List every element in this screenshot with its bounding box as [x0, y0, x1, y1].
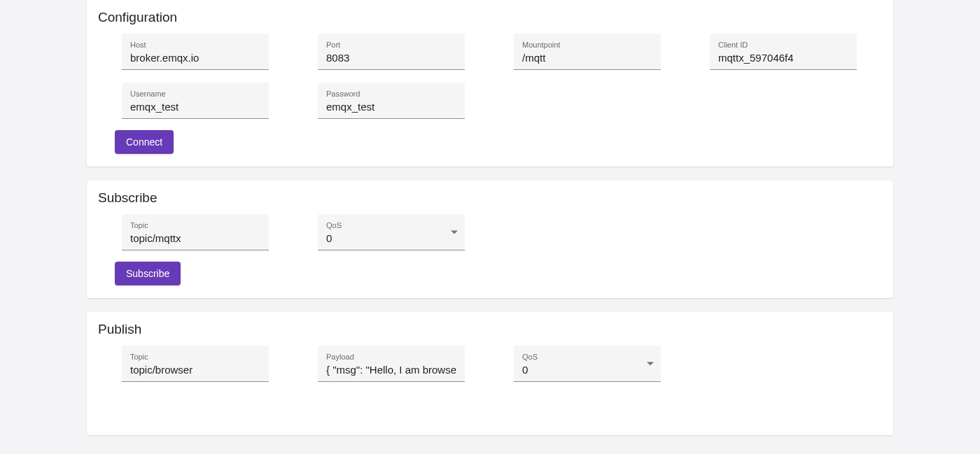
port-label: Port — [326, 41, 456, 50]
dropdown-arrow-icon — [451, 230, 458, 234]
client-id-field[interactable]: Client ID — [710, 34, 857, 70]
mountpoint-label: Mountpoint — [522, 41, 652, 50]
mountpoint-input[interactable] — [522, 52, 652, 64]
client-id-input[interactable] — [718, 52, 848, 64]
client-id-label: Client ID — [718, 41, 848, 50]
publish-topic-label: Topic — [130, 353, 260, 362]
publish-qos-field[interactable]: QoS 0 — [514, 346, 661, 382]
dropdown-arrow-icon — [647, 362, 654, 365]
publish-payload-input[interactable] — [326, 364, 456, 376]
password-input[interactable] — [326, 101, 456, 113]
publish-fields: Topic Payload QoS 0 — [98, 346, 882, 382]
publish-qos-label: QoS — [522, 353, 652, 362]
password-field[interactable]: Password — [318, 83, 465, 119]
configuration-actions: Connect — [98, 130, 882, 154]
subscribe-qos-field[interactable]: QoS 0 — [318, 214, 465, 250]
connect-button[interactable]: Connect — [115, 130, 174, 154]
subscribe-card: Subscribe Topic QoS 0 Subscribe — [87, 180, 893, 298]
subscribe-topic-label: Topic — [130, 221, 260, 230]
publish-qos-value: 0 — [522, 364, 652, 376]
host-input[interactable] — [130, 52, 260, 64]
host-field[interactable]: Host — [122, 34, 269, 70]
subscribe-topic-input[interactable] — [130, 232, 260, 244]
publish-card: Publish Topic Payload QoS 0 — [87, 312, 893, 435]
username-label: Username — [130, 90, 260, 99]
subscribe-qos-label: QoS — [326, 221, 456, 230]
host-label: Host — [130, 41, 260, 50]
username-input[interactable] — [130, 101, 260, 113]
mountpoint-field[interactable]: Mountpoint — [514, 34, 661, 70]
publish-payload-label: Payload — [326, 353, 456, 362]
configuration-card: Configuration Host Port Mountpoint Clien… — [87, 0, 893, 166]
publish-topic-input[interactable] — [130, 364, 260, 376]
subscribe-qos-value: 0 — [326, 232, 456, 244]
subscribe-title: Subscribe — [98, 190, 882, 206]
publish-payload-field[interactable]: Payload — [318, 346, 465, 382]
password-label: Password — [326, 90, 456, 99]
publish-topic-field[interactable]: Topic — [122, 346, 269, 382]
port-field[interactable]: Port — [318, 34, 465, 70]
subscribe-button[interactable]: Subscribe — [115, 262, 181, 285]
username-field[interactable]: Username — [122, 83, 269, 119]
configuration-fields: Host Port Mountpoint Client ID Username — [98, 34, 882, 119]
subscribe-topic-field[interactable]: Topic — [122, 214, 269, 250]
subscribe-fields: Topic QoS 0 — [98, 214, 882, 250]
configuration-title: Configuration — [98, 10, 882, 25]
subscribe-actions: Subscribe — [98, 262, 882, 285]
publish-title: Publish — [98, 322, 882, 337]
port-input[interactable] — [326, 52, 456, 64]
